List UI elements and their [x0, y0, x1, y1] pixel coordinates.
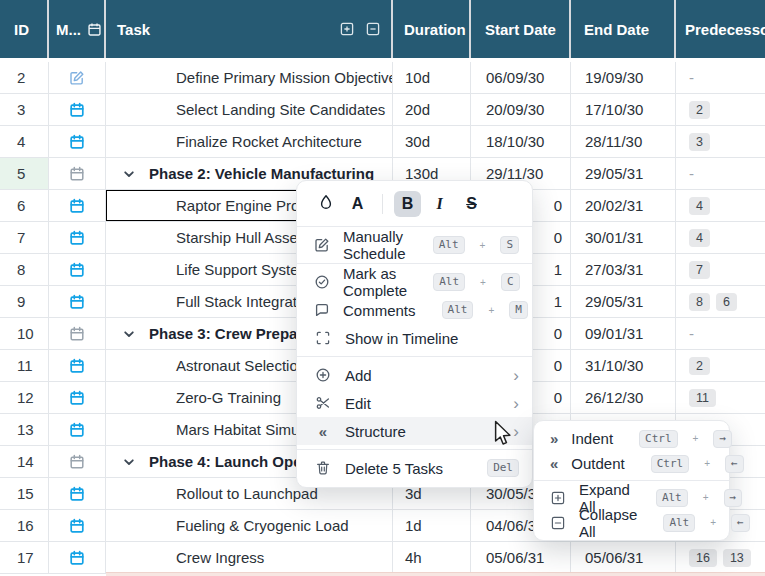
menu-item-edit[interactable]: Edit›	[297, 389, 532, 417]
cell-taskmode[interactable]	[49, 286, 106, 318]
cell-taskmode[interactable]	[49, 222, 106, 254]
cell-id[interactable]: 13	[0, 414, 49, 446]
cell-taskmode[interactable]	[49, 478, 106, 510]
menu-item-structure[interactable]: «Structure›	[297, 417, 532, 445]
cell-start-date[interactable]: 05/06/31	[471, 542, 571, 574]
cell-id[interactable]: 6	[0, 190, 49, 222]
fill-color-button[interactable]	[312, 191, 339, 217]
cell-id[interactable]: 7	[0, 222, 49, 254]
cell-end-date[interactable]: 20/02/31	[571, 190, 676, 222]
column-header-end-date[interactable]: End Date	[571, 0, 676, 58]
edit-icon	[69, 70, 85, 86]
cell-task[interactable]: Fueling & Cryogenic Load	[106, 510, 393, 542]
cell-end-date[interactable]: 29/05/31	[571, 158, 676, 190]
menu-item-delete-tasks[interactable]: Delete 5 TasksDel	[297, 454, 532, 482]
font-color-button[interactable]: A	[344, 191, 371, 217]
chevron-down-icon[interactable]	[121, 454, 137, 470]
cell-start-date[interactable]: 18/10/30	[471, 126, 571, 158]
menu-item-add[interactable]: Add›	[297, 361, 532, 389]
cell-id[interactable]: 14	[0, 446, 49, 478]
cell-predecessor[interactable]: 4	[676, 222, 765, 254]
cell-duration[interactable]: 10d	[393, 62, 471, 94]
cell-taskmode[interactable]	[49, 254, 106, 286]
cell-id[interactable]: 8	[0, 254, 49, 286]
cell-end-date[interactable]: 19/09/30	[571, 62, 676, 94]
menu-item-mark-as-complete[interactable]: Mark as CompleteAlt+C	[297, 268, 532, 296]
cell-id[interactable]: 12	[0, 382, 49, 414]
cell-start-date[interactable]: 06/09/30	[471, 62, 571, 94]
cell-task[interactable]: Define Primary Mission Objectives	[106, 62, 393, 94]
cell-predecessor[interactable]: 7	[676, 254, 765, 286]
cell-end-date[interactable]: 26/12/30	[571, 382, 676, 414]
cell-taskmode[interactable]	[49, 62, 106, 94]
menu-item-manually-schedule[interactable]: Manually ScheduleAlt+S	[297, 231, 532, 259]
cell-duration[interactable]: 30d	[393, 126, 471, 158]
menu-item-outdent[interactable]: «OutdentCtrl+←	[534, 451, 729, 476]
cell-predecessor[interactable]: 11	[676, 382, 765, 414]
chevron-down-icon[interactable]	[121, 326, 137, 342]
column-header-id[interactable]: ID	[0, 0, 49, 58]
cell-task[interactable]: Crew Ingress	[106, 542, 393, 574]
cell-end-date[interactable]: 09/01/31	[571, 318, 676, 350]
menu-item-comments[interactable]: CommentsAlt+M	[297, 296, 532, 324]
cell-id[interactable]: 17	[0, 542, 49, 574]
cell-end-date[interactable]: 17/10/30	[571, 94, 676, 126]
cell-predecessor[interactable]: 3	[676, 126, 765, 158]
cell-id[interactable]: 3	[0, 94, 49, 126]
cell-taskmode[interactable]	[49, 382, 106, 414]
cell-taskmode[interactable]	[49, 94, 106, 126]
cell-id[interactable]: 11	[0, 350, 49, 382]
cell-task[interactable]: Select Landing Site Candidates	[106, 94, 393, 126]
cell-duration[interactable]: 20d	[393, 94, 471, 126]
cell-taskmode[interactable]	[49, 350, 106, 382]
cell-taskmode[interactable]	[49, 542, 106, 574]
cell-taskmode[interactable]	[49, 414, 106, 446]
cell-predecessor[interactable]: 4	[676, 190, 765, 222]
cell-end-date[interactable]: 30/01/31	[571, 222, 676, 254]
cell-end-date[interactable]: 28/11/30	[571, 126, 676, 158]
cell-predecessor[interactable]: 1613	[676, 542, 765, 574]
cell-taskmode[interactable]	[49, 510, 106, 542]
menu-item-collapse-all[interactable]: Collapse AllAlt+←	[534, 510, 729, 535]
cell-predecessor[interactable]: -	[676, 62, 765, 94]
cell-start-date[interactable]: 20/09/30	[471, 94, 571, 126]
cell-id[interactable]: 9	[0, 286, 49, 318]
menu-divider	[534, 480, 729, 481]
cell-taskmode[interactable]	[49, 446, 106, 478]
bold-button[interactable]: B	[394, 191, 421, 217]
cell-end-date[interactable]: 05/06/31	[571, 542, 676, 574]
cell-id[interactable]: 16	[0, 510, 49, 542]
italic-button[interactable]: I	[426, 191, 453, 217]
column-header-start-date[interactable]: Start Date	[471, 0, 571, 58]
cell-id[interactable]: 5	[0, 158, 49, 190]
cell-id[interactable]: 10	[0, 318, 49, 350]
cell-taskmode[interactable]	[49, 190, 106, 222]
cell-predecessor[interactable]: -	[676, 158, 765, 190]
cell-predecessor[interactable]: -	[676, 318, 765, 350]
cell-taskmode[interactable]	[49, 126, 106, 158]
column-header-duration[interactable]: Duration	[393, 0, 471, 58]
menu-item-indent[interactable]: »IndentCtrl+→	[534, 426, 729, 451]
cell-predecessor[interactable]: 2	[676, 94, 765, 126]
cell-id[interactable]: 15	[0, 478, 49, 510]
cell-duration[interactable]: 4h	[393, 542, 471, 574]
cell-predecessor[interactable]: 2	[676, 350, 765, 382]
column-header-predecessor[interactable]: Predecessor	[676, 0, 765, 58]
cell-end-date[interactable]: 29/05/31	[571, 286, 676, 318]
cell-id[interactable]: 4	[0, 126, 49, 158]
cell-taskmode[interactable]	[49, 318, 106, 350]
menu-item-show-in-timeline[interactable]: Show in Timeline	[297, 324, 532, 352]
cell-end-date[interactable]: 31/10/30	[571, 350, 676, 382]
collapse-all-icon[interactable]	[365, 21, 381, 37]
column-header-task[interactable]: Task	[106, 0, 393, 58]
cell-task[interactable]: Finalize Rocket Architecture	[106, 126, 393, 158]
cell-duration[interactable]: 1d	[393, 510, 471, 542]
cell-taskmode[interactable]	[49, 158, 106, 190]
chevron-down-icon[interactable]	[121, 166, 137, 182]
cell-end-date[interactable]: 27/03/31	[571, 254, 676, 286]
cell-id[interactable]: 2	[0, 62, 49, 94]
cell-predecessor[interactable]: 86	[676, 286, 765, 318]
column-header-mode[interactable]: M...	[49, 0, 106, 58]
expand-all-icon[interactable]	[339, 21, 355, 37]
strikethrough-button[interactable]: S	[458, 191, 485, 217]
